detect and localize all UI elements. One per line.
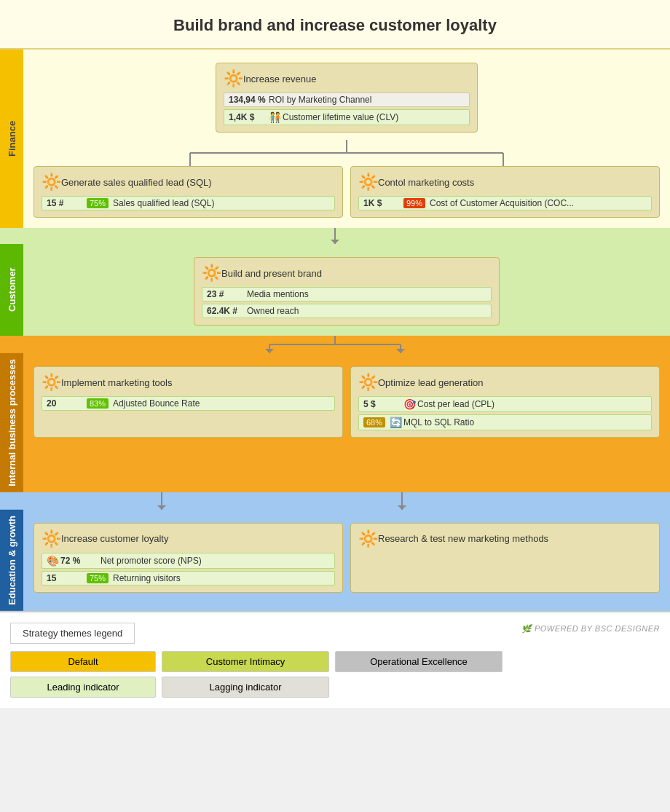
education-label: Education & growth	[0, 510, 23, 611]
metric-value: 15	[47, 573, 87, 583]
metric-mql: 68% 🔄 MQL to SQL Ratio	[358, 414, 652, 430]
legend-intimacy[interactable]: Customer Intimacy	[162, 651, 329, 672]
card-header: 🔆 Optimize lead generation	[358, 373, 652, 392]
legend-leading[interactable]: Leading indicator	[10, 677, 156, 698]
card-increase-loyalty[interactable]: 🔆 Increase customer loyalty 🎨 72 % Net p…	[34, 523, 343, 593]
card-control-costs[interactable]: 🔆 Contol marketing costs 1K $ 99% Cost o…	[350, 166, 660, 218]
sun-icon: 🔆	[358, 529, 378, 548]
metric-bounce: 20 83% Adjusted Bounce Rate	[42, 396, 335, 411]
badge-75b: 75%	[87, 573, 109, 583]
connector-svg	[34, 140, 660, 166]
conn-svg3	[23, 492, 533, 510]
metric-value: 134,94 %	[229, 95, 269, 105]
card-implement-tools[interactable]: 🔆 Implement marketing tools 20 83% Adjus…	[34, 366, 343, 438]
card-header: 🔆 Generate sales qualified lead (SQL)	[42, 173, 335, 192]
legend-excellence[interactable]: Operational Excellence	[335, 651, 502, 672]
card-header: 🔆 Increase revenue	[224, 69, 470, 88]
metric-value: 62.4K #	[207, 306, 247, 316]
metric-sql: 15 # 75% Sales qualified lead (SQL)	[42, 196, 335, 210]
badge-75: 75%	[87, 198, 109, 208]
badge-99: 99%	[403, 198, 425, 208]
card-header: 🔆 Implement marketing tools	[42, 373, 335, 392]
sun-icon: 🔆	[42, 529, 61, 548]
sun-icon: 🔆	[42, 173, 61, 192]
page-title: Build brand and increase customer loyalt…	[0, 0, 670, 50]
metric-label: Cost per lead (CPL)	[417, 399, 494, 409]
metric-label: Media mentions	[247, 289, 309, 299]
customer-row: Customer 🔆 Build and present brand 23 # …	[0, 244, 670, 336]
cpl-icon: 🎯	[403, 398, 416, 410]
clv-icon: 🧑‍🤝‍🧑	[269, 111, 281, 123]
metric-label: Sales qualified lead (SQL)	[113, 198, 214, 208]
legend-header: Strategy themes legend 🌿 POWERED BY BSC …	[10, 623, 660, 651]
card-title: Contol marketing costs	[378, 177, 474, 188]
powered-by: 🌿 POWERED BY BSC DESIGNER	[521, 624, 660, 634]
conn-svg	[313, 228, 357, 244]
finance-row: Finance 🔆 Increase revenue 134,94 % ROI …	[0, 50, 670, 228]
card-increase-revenue[interactable]: 🔆 Increase revenue 134,94 % ROI by Marke…	[216, 63, 478, 133]
card-title: Increase customer loyalty	[61, 533, 168, 544]
internal-cards: 🔆 Implement marketing tools 20 83% Adjus…	[34, 366, 660, 438]
legend-lagging[interactable]: Lagging indicator	[162, 677, 329, 698]
card-title: Research & test new marketing methods	[378, 533, 548, 544]
legend-title: Strategy themes legend	[10, 623, 135, 644]
metric-reach: 62.4K # Owned reach	[202, 304, 492, 318]
education-cards: 🔆 Increase customer loyalty 🎨 72 % Net p…	[34, 523, 660, 593]
sun-icon: 🔆	[224, 69, 243, 88]
badge-68: 68%	[363, 417, 385, 427]
card-optimize-lead[interactable]: 🔆 Optimize lead generation 5 $ 🎯 Cost pe…	[350, 366, 660, 438]
metric-value: 23 #	[207, 289, 247, 299]
finance-content: 🔆 Increase revenue 134,94 % ROI by Marke…	[23, 50, 670, 228]
card-title: Implement marketing tools	[61, 377, 172, 388]
metric-value: 15 #	[47, 198, 87, 208]
metric-label: Customer lifetime value (CLV)	[283, 112, 398, 122]
metric-label: ROI by Marketing Channel	[269, 95, 371, 105]
legend-default[interactable]: Default	[10, 651, 156, 672]
card-research-test[interactable]: 🔆 Research & test new marketing methods	[350, 523, 660, 593]
customer-label: Customer	[0, 244, 23, 336]
metric-roi: 134,94 % ROI by Marketing Channel	[224, 92, 470, 107]
sun-icon: 🔆	[358, 373, 378, 392]
legend-row-2: Leading indicator Lagging indicator	[10, 677, 660, 698]
finance-label: Finance	[0, 50, 23, 228]
card-header: 🔆 Research & test new marketing methods	[358, 529, 652, 548]
card-build-brand[interactable]: 🔆 Build and present brand 23 # Media men…	[194, 257, 500, 326]
metric-label: Net promoter score (NPS)	[100, 556, 202, 566]
card-title: Increase revenue	[243, 74, 316, 84]
internal-row: Internal business processes 🔆 Implement …	[0, 353, 670, 492]
legend-rows: Default Customer Intimacy Operational Ex…	[10, 651, 660, 698]
metric-value: 1,4K $	[229, 112, 269, 122]
bsc-icon: 🌿	[521, 624, 532, 633]
card-generate-sql[interactable]: 🔆 Generate sales qualified lead (SQL) 15…	[34, 166, 343, 218]
metric-value: 72 %	[60, 556, 100, 566]
education-row: Education & growth 🔆 Increase customer l…	[0, 510, 670, 611]
metric-label: Returning visitors	[113, 573, 181, 583]
card-title: Build and present brand	[221, 268, 322, 279]
sun-icon: 🔆	[202, 264, 221, 283]
sun-icon: 🔆	[42, 373, 61, 392]
conn-finance-customer	[0, 228, 670, 244]
legend-row-1: Default Customer Intimacy Operational Ex…	[10, 651, 660, 672]
metric-label: MQL to SQL Ratio	[403, 417, 474, 427]
education-content: 🔆 Increase customer loyalty 🎨 72 % Net p…	[23, 510, 670, 611]
internal-label: Internal business processes	[0, 353, 23, 492]
card-header: 🔆 Increase customer loyalty	[42, 529, 335, 548]
legend-section: Strategy themes legend 🌿 POWERED BY BSC …	[0, 611, 670, 708]
metric-clv: 1,4K $ 🧑‍🤝‍🧑 Customer lifetime value (CL…	[224, 109, 470, 125]
nps-icon: 🎨	[47, 555, 59, 567]
metric-coc: 1K $ 99% Cost of Customer Acquisition (C…	[358, 196, 652, 210]
customer-content: 🔆 Build and present brand 23 # Media men…	[23, 244, 670, 336]
metric-media: 23 # Media mentions	[202, 287, 492, 301]
internal-content: 🔆 Implement marketing tools 20 83% Adjus…	[23, 353, 670, 492]
badge-83: 83%	[87, 398, 109, 409]
main-container: Build brand and increase customer loyalt…	[0, 0, 670, 708]
sun-icon: 🔆	[358, 173, 378, 192]
metric-value: 20	[47, 398, 87, 409]
metric-value: 1K $	[363, 198, 403, 208]
metric-label: Cost of Customer Acquisition (COC...	[430, 198, 574, 208]
card-header: 🔆 Build and present brand	[202, 264, 492, 283]
finance-connector	[34, 140, 660, 166]
card-header: 🔆 Contol marketing costs	[358, 173, 652, 192]
metric-label: Owned reach	[247, 306, 299, 316]
customer-center: 🔆 Build and present brand 23 # Media men…	[34, 257, 660, 326]
